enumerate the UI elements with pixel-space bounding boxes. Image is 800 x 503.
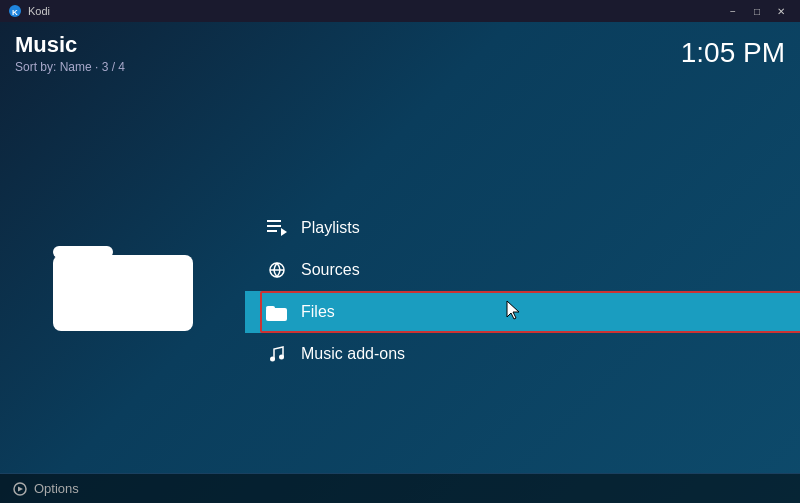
header: Music Sort by: Name · 3 / 4 1:05 PM: [0, 22, 800, 79]
clock: 1:05 PM: [681, 37, 785, 69]
kodi-logo-icon: K: [8, 4, 22, 18]
menu-container: Playlists Sources: [265, 207, 800, 375]
playlist-icon: [265, 218, 289, 238]
files-folder-icon: [265, 302, 289, 322]
playlists-label: Playlists: [301, 219, 360, 237]
right-panel: Playlists Sources: [245, 79, 800, 473]
svg-rect-3: [53, 255, 193, 331]
files-label: Files: [301, 303, 335, 321]
titlebar: K Kodi − □ ✕: [0, 0, 800, 22]
music-icon: [265, 344, 289, 364]
menu-item-sources[interactable]: Sources: [265, 249, 800, 291]
menu-item-playlists[interactable]: Playlists: [265, 207, 800, 249]
menu-item-music-addons[interactable]: Music add-ons: [265, 333, 800, 375]
content-area: Playlists Sources: [0, 79, 800, 473]
page-title-area: Music Sort by: Name · 3 / 4: [15, 32, 125, 74]
close-button[interactable]: ✕: [770, 3, 792, 19]
left-panel: [0, 79, 245, 473]
maximize-button[interactable]: □: [746, 3, 768, 19]
main-content: Music Sort by: Name · 3 / 4 1:05 PM: [0, 22, 800, 503]
options-label: Options: [34, 481, 79, 496]
titlebar-left: K Kodi: [8, 4, 50, 18]
page-title: Music: [15, 32, 125, 58]
sort-info: Sort by: Name · 3 / 4: [15, 60, 125, 74]
sources-icon: [265, 260, 289, 280]
menu-item-files[interactable]: Files: [265, 291, 800, 333]
folder-icon-container: [43, 211, 203, 341]
minimize-button[interactable]: −: [722, 3, 744, 19]
options-icon: [12, 481, 28, 497]
svg-text:K: K: [12, 8, 18, 17]
music-addons-label: Music add-ons: [301, 345, 405, 363]
titlebar-controls: − □ ✕: [722, 3, 792, 19]
options-area[interactable]: Options: [12, 481, 79, 497]
svg-point-13: [279, 355, 284, 360]
svg-rect-11: [266, 306, 275, 310]
footer: Options: [0, 473, 800, 503]
folder-icon: [43, 211, 203, 341]
svg-marker-7: [281, 228, 287, 236]
sources-label: Sources: [301, 261, 360, 279]
titlebar-title: Kodi: [28, 5, 50, 17]
svg-point-12: [270, 357, 275, 362]
svg-marker-15: [18, 486, 23, 491]
